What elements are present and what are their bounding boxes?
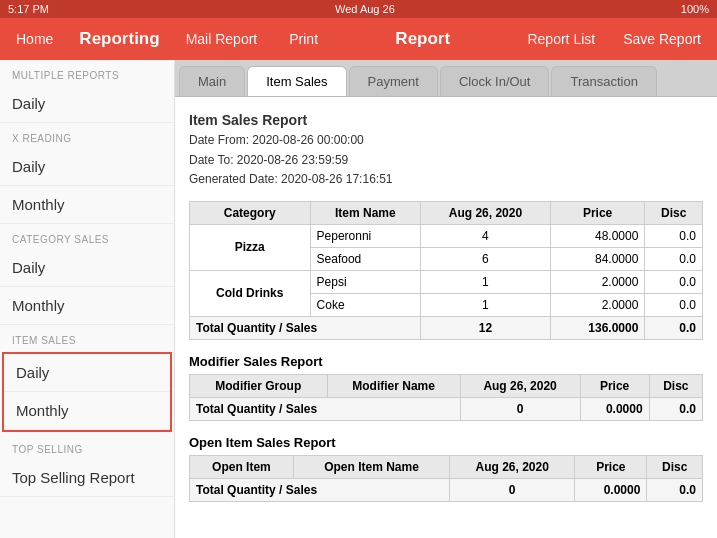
cell-seafood-disc: 0.0 <box>645 247 703 270</box>
cell-total-price: 136.0000 <box>550 316 645 339</box>
section-x-reading-label: X READING <box>0 123 174 148</box>
col-disc: Disc <box>645 201 703 224</box>
app-title: Reporting <box>79 29 159 49</box>
cell-total-label: Total Quantity / Sales <box>190 316 421 339</box>
nav-right: Report List Save Report <box>521 27 707 51</box>
cell-peperonni: Peperonni <box>310 224 421 247</box>
sidebar-item-top-selling[interactable]: Top Selling Report <box>0 459 174 497</box>
sidebar-item-itemsales-monthly[interactable]: Monthly <box>4 392 170 430</box>
item-sales-table: Category Item Name Aug 26, 2020 Price Di… <box>189 201 703 340</box>
col-modifier-disc: Disc <box>649 374 702 397</box>
tab-bar: Main Item Sales Payment Clock In/Out Tra… <box>175 60 717 97</box>
status-day: Wed Aug 26 <box>335 3 395 15</box>
tab-item-sales[interactable]: Item Sales <box>247 66 346 96</box>
cell-seafood: Seafood <box>310 247 421 270</box>
col-date: Aug 26, 2020 <box>421 201 551 224</box>
open-item-sales-title: Open Item Sales Report <box>189 435 703 450</box>
sidebar-item-multiple-daily[interactable]: Daily <box>0 85 174 123</box>
col-item-name: Item Name <box>310 201 421 224</box>
modifier-sales-title: Modifier Sales Report <box>189 354 703 369</box>
cell-total-qty: 12 <box>421 316 551 339</box>
report-date-from: Date From: 2020-08-26 00:00:00 <box>189 131 703 150</box>
section-top-selling-label: TOP SELLING <box>0 434 174 459</box>
col-open-item-name: Open Item Name <box>293 455 449 478</box>
report-generated-date: Generated Date: 2020-08-26 17:16:51 <box>189 170 703 189</box>
section-category-sales-label: CATEGORY SALES <box>0 224 174 249</box>
cell-coke-qty: 1 <box>421 293 551 316</box>
table-row: Cold Drinks Pepsi 1 2.0000 0.0 <box>190 270 703 293</box>
col-modifier-price: Price <box>580 374 649 397</box>
sidebar-item-xreading-monthly[interactable]: Monthly <box>0 186 174 224</box>
cell-open-item-total-qty: 0 <box>450 478 575 501</box>
sidebar: MULTIPLE REPORTS Daily X READING Daily M… <box>0 60 175 538</box>
open-item-sales-table: Open Item Open Item Name Aug 26, 2020 Pr… <box>189 455 703 502</box>
cell-pepsi-disc: 0.0 <box>645 270 703 293</box>
col-open-item: Open Item <box>190 455 294 478</box>
report-title: Item Sales Report <box>189 109 703 131</box>
cell-coke-disc: 0.0 <box>645 293 703 316</box>
tab-payment[interactable]: Payment <box>349 66 438 96</box>
report-center-label: Report <box>344 29 501 49</box>
status-battery: 100% <box>681 3 709 15</box>
cell-pepsi-price: 2.0000 <box>550 270 645 293</box>
cell-peperonni-price: 48.0000 <box>550 224 645 247</box>
top-nav: Home Reporting Mail Report Print Report … <box>0 18 717 60</box>
report-date-to: Date To: 2020-08-26 23:59:59 <box>189 151 703 170</box>
table-row: Pizza Peperonni 4 48.0000 0.0 <box>190 224 703 247</box>
cell-coke: Coke <box>310 293 421 316</box>
cell-coke-price: 2.0000 <box>550 293 645 316</box>
tab-main[interactable]: Main <box>179 66 245 96</box>
home-button[interactable]: Home <box>10 27 59 51</box>
report-header: Item Sales Report Date From: 2020-08-26 … <box>189 109 703 189</box>
cell-peperonni-disc: 0.0 <box>645 224 703 247</box>
tab-transaction[interactable]: Transaction <box>551 66 656 96</box>
item-sales-total-row: Total Quantity / Sales 12 136.0000 0.0 <box>190 316 703 339</box>
col-open-item-price: Price <box>575 455 647 478</box>
section-multiple-reports-label: MULTIPLE REPORTS <box>0 60 174 85</box>
sidebar-item-category-monthly[interactable]: Monthly <box>0 287 174 325</box>
col-price: Price <box>550 201 645 224</box>
col-category: Category <box>190 201 311 224</box>
cell-seafood-price: 84.0000 <box>550 247 645 270</box>
cell-pepsi-qty: 1 <box>421 270 551 293</box>
open-item-total-row: Total Quantity / Sales 0 0.0000 0.0 <box>190 478 703 501</box>
col-modifier-group: Modifier Group <box>190 374 328 397</box>
sidebar-item-itemsales-daily[interactable]: Daily <box>4 354 170 392</box>
section-item-sales-label: ITEM SALES <box>0 325 174 350</box>
modifier-sales-table: Modifier Group Modifier Name Aug 26, 202… <box>189 374 703 421</box>
cell-modifier-total-price: 0.0000 <box>580 397 649 420</box>
cell-modifier-total-disc: 0.0 <box>649 397 702 420</box>
cell-modifier-total-label: Total Quantity / Sales <box>190 397 461 420</box>
modifier-total-row: Total Quantity / Sales 0 0.0000 0.0 <box>190 397 703 420</box>
cell-peperonni-qty: 4 <box>421 224 551 247</box>
sidebar-item-xreading-daily[interactable]: Daily <box>0 148 174 186</box>
print-button[interactable]: Print <box>283 27 324 51</box>
main-layout: MULTIPLE REPORTS Daily X READING Daily M… <box>0 60 717 538</box>
cell-open-item-total-disc: 0.0 <box>647 478 703 501</box>
status-time: 5:17 PM <box>8 3 49 15</box>
cell-total-disc: 0.0 <box>645 316 703 339</box>
col-modifier-name: Modifier Name <box>327 374 460 397</box>
tab-clock-in-out[interactable]: Clock In/Out <box>440 66 550 96</box>
cell-pizza: Pizza <box>190 224 311 270</box>
cell-modifier-total-qty: 0 <box>460 397 580 420</box>
col-modifier-date: Aug 26, 2020 <box>460 374 580 397</box>
sidebar-item-category-daily[interactable]: Daily <box>0 249 174 287</box>
mail-report-button[interactable]: Mail Report <box>180 27 264 51</box>
save-report-button[interactable]: Save Report <box>617 27 707 51</box>
status-bar: 5:17 PM Wed Aug 26 100% <box>0 0 717 18</box>
report-content: Item Sales Report Date From: 2020-08-26 … <box>175 97 717 538</box>
report-list-button[interactable]: Report List <box>521 27 601 51</box>
content-area: Main Item Sales Payment Clock In/Out Tra… <box>175 60 717 538</box>
cell-cold-drinks: Cold Drinks <box>190 270 311 316</box>
cell-seafood-qty: 6 <box>421 247 551 270</box>
cell-open-item-total-price: 0.0000 <box>575 478 647 501</box>
col-open-item-date: Aug 26, 2020 <box>450 455 575 478</box>
item-sales-selected-group: Daily Monthly <box>2 352 172 432</box>
col-open-item-disc: Disc <box>647 455 703 478</box>
cell-open-item-total-label: Total Quantity / Sales <box>190 478 450 501</box>
cell-pepsi: Pepsi <box>310 270 421 293</box>
